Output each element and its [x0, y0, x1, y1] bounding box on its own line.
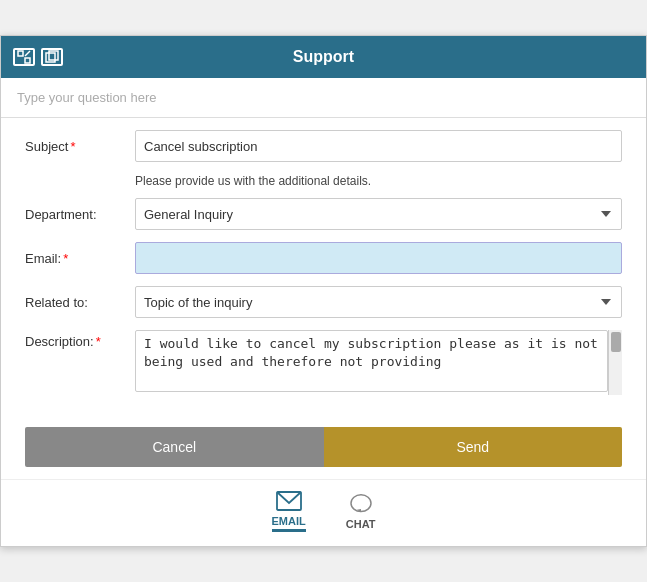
chat-tab-label: CHAT: [346, 518, 376, 530]
chat-icon: [347, 493, 375, 515]
subject-label: Subject*: [25, 139, 135, 154]
description-wrapper: I would like to cancel my subscription p…: [135, 330, 622, 395]
related-select[interactable]: Topic of the inquiry Order Account Produ…: [135, 286, 622, 318]
send-button[interactable]: Send: [324, 427, 623, 467]
cancel-button[interactable]: Cancel: [25, 427, 324, 467]
info-text: Please provide us with the additional de…: [135, 174, 622, 188]
email-label: Email:*: [25, 251, 135, 266]
department-select[interactable]: General Inquiry Billing Technical Suppor…: [135, 198, 622, 230]
description-row: Description:* I would like to cancel my …: [25, 330, 622, 395]
description-textarea[interactable]: I would like to cancel my subscription p…: [135, 330, 608, 392]
tab-email[interactable]: EMAIL: [272, 490, 306, 532]
title-bar-icons: [13, 48, 63, 66]
support-window: Support Type your question here Subject*…: [0, 35, 647, 547]
svg-rect-1: [25, 58, 30, 63]
form-area: Subject* Please provide us with the addi…: [1, 118, 646, 427]
email-tab-label: EMAIL: [272, 515, 306, 527]
related-label: Related to:: [25, 295, 135, 310]
svg-rect-0: [18, 51, 23, 56]
restore-icon[interactable]: [41, 48, 63, 66]
email-input[interactable]: [135, 242, 622, 274]
related-row: Related to: Topic of the inquiry Order A…: [25, 286, 622, 318]
search-bar: Type your question here: [1, 78, 646, 118]
subject-input[interactable]: [135, 130, 622, 162]
description-label: Description:*: [25, 330, 135, 349]
minimize-icon[interactable]: [13, 48, 35, 66]
department-label: Department:: [25, 207, 135, 222]
department-row: Department: General Inquiry Billing Tech…: [25, 198, 622, 230]
description-scrollbar[interactable]: [608, 330, 622, 395]
window-title: Support: [293, 48, 354, 66]
title-bar: Support: [1, 36, 646, 78]
button-row: Cancel Send: [25, 427, 622, 467]
scrollbar-thumb: [611, 332, 621, 352]
search-placeholder: Type your question here: [17, 90, 156, 105]
email-icon: [275, 490, 303, 512]
email-row: Email:*: [25, 242, 622, 274]
svg-line-2: [25, 51, 30, 56]
subject-row: Subject*: [25, 130, 622, 162]
tab-chat[interactable]: CHAT: [346, 493, 376, 530]
bottom-nav: EMAIL CHAT: [1, 479, 646, 546]
